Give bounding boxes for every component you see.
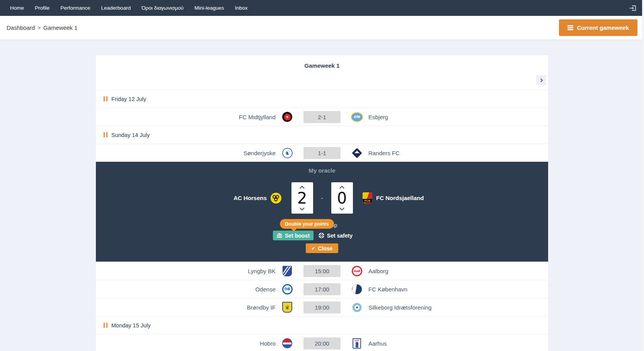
sign-in-icon[interactable] — [628, 3, 638, 13]
badge-fc-kobenhavn-icon — [352, 284, 362, 294]
nav-item-competition-terms[interactable]: Όροι διαγωνισμού — [136, 0, 189, 16]
badge-dot — [356, 306, 358, 308]
fixture-row-sonderjyske-randers[interactable]: Sønderjyske ♞ 1-1 Randers FC — [96, 144, 548, 162]
away-team-name: Esbjerg — [365, 114, 548, 120]
set-safety-button[interactable]: Set safety — [319, 233, 353, 239]
double-points-tooltip: Double your points — [280, 219, 334, 229]
kickoff-time-box: 15:00 — [303, 265, 341, 277]
badge-sonderjyske-icon: ♞ — [282, 148, 293, 158]
away-team-name: Aarhus — [365, 340, 548, 347]
oracle-actions: Set boost Set safety — [87, 231, 539, 240]
home-team-name: Odense — [96, 286, 279, 293]
badge-silkeborg-icon — [352, 302, 362, 313]
badge-aalborg-icon: AaB — [352, 266, 362, 276]
date-label: Friday 12 July — [111, 96, 146, 102]
page-background: Gameweek 1 Friday 12 July FC Midtjylland… — [0, 40, 644, 351]
badge-ac-horsens-icon — [271, 193, 281, 204]
oracle-title: My oracle — [96, 162, 548, 174]
date-label: Sunday 14 July — [111, 132, 150, 138]
badge-aarhus-icon: AGF — [353, 338, 361, 349]
oracle-fixture: AC Horsens 2 - 0 — [96, 182, 548, 214]
nav-item-home[interactable]: Home — [5, 0, 29, 16]
fixture-row-midtjylland-esbjerg[interactable]: FC Midtjylland ★ 2-1 EfB Esbjerg — [96, 108, 548, 126]
sign-in-glyph — [629, 5, 636, 11]
score-separator: - — [321, 194, 323, 202]
away-score-stepper[interactable]: 0 — [331, 182, 353, 214]
fixture-row-hobro-aarhus[interactable]: Hobro 20:00 AGF Aarhus — [96, 334, 548, 351]
bank-icon — [277, 233, 282, 238]
nav-item-performance[interactable]: Performance — [55, 0, 95, 16]
oracle-close-row: ✔ Close — [96, 243, 548, 253]
close-label: Close — [318, 245, 332, 252]
oracle-home-team-name: AC Horsens — [233, 195, 267, 201]
kickoff-time-box: 17:00 — [303, 283, 341, 295]
away-team-name: Silkeborg Idrætsforening — [365, 304, 548, 311]
badge-hobro-icon — [282, 338, 292, 348]
away-score-value: 0 — [337, 190, 347, 206]
pause-icon — [104, 96, 107, 101]
date-header-sunday: Sunday 14 July — [96, 126, 548, 144]
pause-icon — [104, 323, 107, 328]
breadcrumb-bar: Dashboard > Gameweek 1 Current gameweek — [0, 16, 644, 40]
badge-detail — [354, 305, 359, 310]
fixture-row-odense-kobenhavn[interactable]: Odense OB 17:00 FC København — [96, 280, 548, 298]
away-team-name: Aalborg — [365, 268, 548, 274]
fixture-row-lyngby-aalborg[interactable]: Lyngby BK 15:00 AaB Aalborg — [96, 262, 548, 280]
badge-esbjerg-icon: EfB — [351, 112, 363, 122]
badge-brondby-if-icon: ♛ — [282, 302, 292, 313]
score-box: 2-1 — [303, 111, 341, 123]
check-icon: ✔ — [311, 246, 315, 251]
list-icon — [567, 25, 573, 26]
badge-fc-nordsjaelland-icon: FCN — [363, 192, 372, 204]
badge-detail — [356, 342, 358, 348]
set-boost-label: Set boost — [285, 233, 310, 239]
badge-fc-midtjylland-icon: ★ — [282, 112, 292, 122]
gameweek-panel: Gameweek 1 Friday 12 July FC Midtjylland… — [96, 55, 548, 351]
nav-item-leaderboard[interactable]: Leaderboard — [96, 0, 136, 16]
badge-text: AGF — [354, 339, 359, 342]
my-oracle-panel: My oracle AC Horsens 2 - — [96, 162, 548, 262]
badge-randers-fc-icon — [352, 148, 362, 158]
next-gameweek-button[interactable] — [536, 75, 546, 85]
panel-header: Gameweek 1 — [96, 55, 548, 90]
date-label: Monday 15 July — [111, 322, 151, 329]
fixture-row-brondby-silkeborg[interactable]: Brøndby IF ♛ 19:00 Silkeborg Idrætsforen… — [96, 298, 548, 316]
star-glyph: ★ — [284, 114, 291, 120]
home-score-stepper[interactable]: 2 — [291, 182, 313, 214]
badge-detail — [354, 151, 359, 156]
home-team-name: Brøndby IF — [96, 304, 279, 311]
set-boost-button[interactable]: Set boost — [273, 231, 313, 240]
home-score-value: 2 — [297, 190, 307, 206]
close-button[interactable]: ✔ Close — [306, 243, 338, 253]
set-safety-label: Set safety — [327, 233, 353, 239]
current-gameweek-button[interactable]: Current gameweek — [559, 19, 637, 36]
lifebuoy-icon — [319, 233, 324, 238]
date-header-monday: Monday 15 July — [96, 316, 548, 334]
breadcrumb-separator: > — [37, 25, 41, 31]
badge-text: FCN — [363, 199, 372, 202]
away-team-name: FC København — [365, 286, 548, 293]
gameweek-title: Gameweek 1 — [96, 62, 548, 69]
nav-item-mini-leagues[interactable]: Mini-leagues — [189, 0, 230, 16]
date-header-friday: Friday 12 July — [96, 90, 548, 108]
breadcrumb-dashboard-link[interactable]: Dashboard — [7, 24, 35, 31]
home-team-name: Hobro — [96, 340, 279, 347]
badge-lyngby-bk-icon — [283, 266, 292, 276]
ring — [274, 198, 278, 201]
oracle-away-team-name: FC Nordsjaelland — [376, 195, 424, 201]
nav-item-profile[interactable]: Profile — [29, 0, 55, 16]
scrollbar[interactable] — [642, 0, 644, 351]
pause-icon — [104, 132, 107, 137]
top-nav: Home Profile Performance Leaderboard Όρο… — [0, 0, 644, 16]
kickoff-time-box: 19:00 — [303, 301, 341, 313]
current-gameweek-label: Current gameweek — [577, 24, 629, 31]
breadcrumb-current: Gameweek 1 — [43, 24, 77, 31]
badge-odense-icon: OB — [282, 284, 293, 294]
score-box: 1-1 — [303, 147, 341, 159]
kickoff-time-box: 20:00 — [303, 337, 341, 349]
home-team-name: Lyngby BK — [96, 268, 279, 274]
away-team-name: Randers FC — [365, 150, 548, 156]
home-team-name: Sønderjyske — [96, 150, 279, 156]
chevron-right-icon — [539, 78, 543, 82]
nav-item-inbox[interactable]: Inbox — [229, 0, 253, 16]
